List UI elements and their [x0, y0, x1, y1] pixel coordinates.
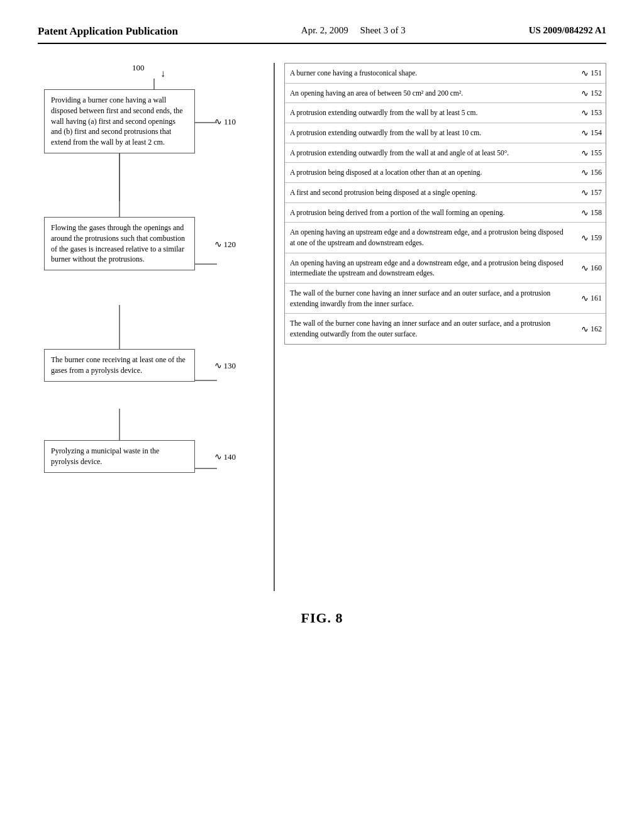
claim-ref-152: ∿ 152: [574, 84, 606, 103]
claim-ref-156: ∿ 156: [574, 163, 606, 182]
claim-text-155: A protrusion extending outwardly from th…: [285, 143, 574, 163]
flow-box-110-content: Providing a burner cone having a wall di…: [44, 89, 195, 153]
flow-text-120: Flowing the gases through the openings a…: [51, 223, 185, 263]
content-area: 100 ↓ Providing a burner cone having a w…: [38, 63, 606, 591]
claim-text-162: The wall of the burner cone having an in…: [285, 314, 574, 343]
flow-ref-140: ∿140: [214, 451, 236, 462]
claim-text-156: A protrusion being disposed at a locatio…: [285, 163, 574, 182]
header-center: Apr. 2, 2009 Sheet 3 of 3: [301, 25, 406, 36]
claim-ref-158: ∿ 158: [574, 203, 606, 223]
claim-item-153: A protrusion extending outwardly from th…: [284, 102, 606, 123]
flow-box-140-content: Pyrolyzing a municipal waste in the pyro…: [44, 440, 195, 473]
claim-ref-157: ∿ 157: [574, 183, 606, 202]
claim-text-152: An opening having an area of between 50 …: [285, 84, 574, 103]
flow-ref-110: ∿110: [214, 116, 236, 126]
claims-list: A burner cone having a frustoconical sha…: [284, 63, 606, 345]
flow-box-120-content: Flowing the gases through the openings a…: [44, 217, 195, 270]
patent-number: US 2009/084292 A1: [529, 25, 606, 36]
claim-text-154: A protrusion extending outwardly from th…: [285, 123, 574, 143]
claim-ref-159: ∿ 159: [574, 223, 606, 252]
claim-text-153: A protrusion extending outwardly from th…: [285, 103, 574, 123]
claim-ref-161: ∿ 161: [574, 284, 606, 313]
claim-text-157: A first and second protrusion being disp…: [285, 183, 574, 202]
flow-text-130: The burner cone receiving at least one o…: [51, 355, 186, 375]
claim-item-154: A protrusion extending outwardly from th…: [284, 123, 606, 143]
claims-panel: A burner cone having a frustoconical sha…: [278, 63, 606, 591]
page: Patent Application Publication Apr. 2, 2…: [0, 0, 644, 830]
claim-ref-151: ∿ 151: [574, 64, 606, 83]
figure-caption: FIG. 8: [38, 610, 606, 626]
claim-item-157: A first and second protrusion being disp…: [284, 182, 606, 202]
claim-item-161: The wall of the burner cone having an in…: [284, 283, 606, 313]
sheet-info: Sheet 3 of 3: [360, 25, 406, 35]
claim-ref-153: ∿ 153: [574, 103, 606, 123]
flow-box-110: Providing a burner cone having a wall di…: [44, 89, 195, 153]
claim-item-152: An opening having an area of between 50 …: [284, 83, 606, 103]
claim-item-156: A protrusion being disposed at a locatio…: [284, 162, 606, 182]
publication-title: Patent Application Publication: [38, 25, 178, 38]
claim-item-151: A burner cone having a frustoconical sha…: [284, 63, 606, 83]
claim-item-155: A protrusion extending outwardly from th…: [284, 143, 606, 163]
flow-box-140: Pyrolyzing a municipal waste in the pyro…: [44, 440, 195, 473]
claim-item-162: The wall of the burner cone having an in…: [284, 313, 606, 344]
flow-box-120: Flowing the gases through the openings a…: [44, 217, 195, 270]
claim-ref-155: ∿ 155: [574, 143, 606, 163]
claim-item-159: An opening having an upstream edge and a…: [284, 222, 606, 252]
flow-ref-120: ∿120: [214, 238, 236, 249]
flow-text-110: Providing a burner cone having a wall di…: [51, 96, 183, 147]
claim-ref-162: ∿ 162: [574, 314, 606, 343]
flowchart-panel: 100 ↓ Providing a burner cone having a w…: [38, 63, 270, 591]
divider-line: [274, 63, 275, 591]
flow-text-140: Pyrolyzing a municipal waste in the pyro…: [51, 446, 159, 466]
claim-ref-154: ∿ 154: [574, 123, 606, 143]
claim-item-158: A protrusion being derived from a portio…: [284, 202, 606, 223]
claim-text-159: An opening having an upstream edge and a…: [285, 223, 574, 252]
flow-box-130: The burner cone receiving at least one o…: [44, 349, 195, 382]
claim-text-161: The wall of the burner cone having an in…: [285, 284, 574, 313]
claim-ref-160: ∿ 160: [574, 253, 606, 283]
publication-date: Apr. 2, 2009: [301, 25, 348, 35]
page-header: Patent Application Publication Apr. 2, 2…: [38, 25, 606, 44]
claim-text-158: A protrusion being derived from a portio…: [285, 203, 574, 223]
claim-item-160: An opening having an upstream edge and a…: [284, 253, 606, 283]
flow-ref-130: ∿130: [214, 360, 236, 370]
claim-text-160: An opening having an upstream edge and a…: [285, 253, 574, 283]
claim-text-151: A burner cone having a frustoconical sha…: [285, 64, 574, 83]
flow-label-100: 100: [132, 63, 145, 73]
flow-box-130-content: The burner cone receiving at least one o…: [44, 349, 195, 382]
flow-arrow-100: ↓: [160, 68, 165, 79]
